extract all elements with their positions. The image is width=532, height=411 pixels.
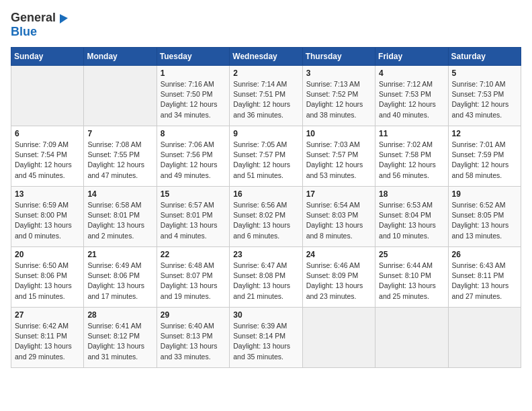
- day-number: 9: [233, 129, 298, 138]
- day-number: 19: [452, 189, 517, 199]
- day-number: 26: [452, 250, 517, 259]
- day-number: 4: [379, 68, 444, 78]
- calendar-cell: 16Sunrise: 6:56 AM Sunset: 8:02 PM Dayli…: [230, 187, 302, 247]
- day-info: Sunrise: 7:03 AM Sunset: 7:57 PM Dayligh…: [306, 140, 371, 181]
- calendar-cell: 19Sunrise: 6:52 AM Sunset: 8:05 PM Dayli…: [448, 187, 521, 247]
- day-info: Sunrise: 7:09 AM Sunset: 7:54 PM Dayligh…: [15, 140, 80, 181]
- calendar-week-2: 6Sunrise: 7:09 AM Sunset: 7:54 PM Daylig…: [11, 126, 521, 187]
- calendar-cell: 29Sunrise: 6:40 AM Sunset: 8:13 PM Dayli…: [157, 308, 229, 368]
- calendar-cell: 13Sunrise: 6:59 AM Sunset: 8:00 PM Dayli…: [11, 187, 84, 247]
- logo-general-text: General: [11, 11, 56, 25]
- day-info: Sunrise: 6:40 AM Sunset: 8:13 PM Dayligh…: [161, 321, 226, 362]
- day-number: 29: [161, 310, 226, 320]
- day-info: Sunrise: 6:50 AM Sunset: 8:06 PM Dayligh…: [15, 261, 80, 302]
- day-number: 7: [87, 129, 152, 138]
- day-info: Sunrise: 6:52 AM Sunset: 8:05 PM Dayligh…: [452, 200, 517, 241]
- logo: General Blue: [11, 11, 71, 39]
- day-number: 8: [161, 129, 226, 138]
- weekday-header-wednesday: Wednesday: [230, 48, 302, 66]
- day-info: Sunrise: 6:46 AM Sunset: 8:09 PM Dayligh…: [306, 261, 371, 302]
- calendar-cell: 10Sunrise: 7:03 AM Sunset: 7:57 PM Dayli…: [302, 126, 375, 187]
- svg-marker-0: [60, 14, 68, 24]
- calendar-cell: 11Sunrise: 7:02 AM Sunset: 7:58 PM Dayli…: [375, 126, 448, 187]
- calendar-week-4: 20Sunrise: 6:50 AM Sunset: 8:06 PM Dayli…: [11, 247, 521, 308]
- day-info: Sunrise: 6:56 AM Sunset: 8:02 PM Dayligh…: [233, 200, 298, 241]
- weekday-header-thursday: Thursday: [302, 48, 375, 66]
- day-info: Sunrise: 6:57 AM Sunset: 8:01 PM Dayligh…: [161, 200, 226, 241]
- day-info: Sunrise: 7:16 AM Sunset: 7:50 PM Dayligh…: [161, 79, 226, 120]
- calendar-cell: [11, 66, 84, 126]
- day-info: Sunrise: 6:53 AM Sunset: 8:04 PM Dayligh…: [379, 200, 444, 241]
- calendar-cell: 22Sunrise: 6:48 AM Sunset: 8:07 PM Dayli…: [157, 247, 229, 308]
- calendar-cell: 2Sunrise: 7:14 AM Sunset: 7:51 PM Daylig…: [230, 66, 302, 126]
- day-number: 24: [306, 250, 371, 259]
- calendar-cell: [302, 308, 375, 368]
- day-info: Sunrise: 6:59 AM Sunset: 8:00 PM Dayligh…: [15, 200, 80, 241]
- day-info: Sunrise: 6:58 AM Sunset: 8:01 PM Dayligh…: [87, 200, 152, 241]
- logo-blue-text: Blue: [11, 25, 37, 39]
- calendar-cell: 30Sunrise: 6:39 AM Sunset: 8:14 PM Dayli…: [230, 308, 302, 368]
- day-info: Sunrise: 6:39 AM Sunset: 8:14 PM Dayligh…: [233, 321, 298, 362]
- calendar-cell: 25Sunrise: 6:44 AM Sunset: 8:10 PM Dayli…: [375, 247, 448, 308]
- calendar-cell: 14Sunrise: 6:58 AM Sunset: 8:01 PM Dayli…: [84, 187, 157, 247]
- weekday-header-saturday: Saturday: [448, 48, 521, 66]
- day-number: 10: [306, 129, 371, 138]
- calendar-cell: 3Sunrise: 7:13 AM Sunset: 7:52 PM Daylig…: [302, 66, 375, 126]
- calendar-cell: 6Sunrise: 7:09 AM Sunset: 7:54 PM Daylig…: [11, 126, 84, 187]
- day-number: 22: [161, 250, 226, 259]
- calendar-cell: 8Sunrise: 7:06 AM Sunset: 7:56 PM Daylig…: [157, 126, 229, 187]
- calendar-cell: 4Sunrise: 7:12 AM Sunset: 7:53 PM Daylig…: [375, 66, 448, 126]
- day-info: Sunrise: 6:43 AM Sunset: 8:11 PM Dayligh…: [452, 261, 517, 302]
- day-number: 23: [233, 250, 298, 259]
- calendar-cell: 12Sunrise: 7:01 AM Sunset: 7:59 PM Dayli…: [448, 126, 521, 187]
- calendar-week-5: 27Sunrise: 6:42 AM Sunset: 8:11 PM Dayli…: [11, 308, 521, 368]
- calendar-cell: 15Sunrise: 6:57 AM Sunset: 8:01 PM Dayli…: [157, 187, 229, 247]
- calendar-cell: 21Sunrise: 6:49 AM Sunset: 8:06 PM Dayli…: [84, 247, 157, 308]
- calendar-cell: 18Sunrise: 6:53 AM Sunset: 8:04 PM Dayli…: [375, 187, 448, 247]
- day-number: 12: [452, 129, 517, 138]
- day-info: Sunrise: 6:42 AM Sunset: 8:11 PM Dayligh…: [15, 321, 80, 362]
- calendar-cell: [375, 308, 448, 368]
- day-info: Sunrise: 7:01 AM Sunset: 7:59 PM Dayligh…: [452, 140, 517, 181]
- page-header: General Blue: [11, 11, 521, 39]
- logo-triangle-icon: [57, 11, 71, 25]
- calendar-table: SundayMondayTuesdayWednesdayThursdayFrid…: [11, 47, 521, 368]
- calendar-body: 1Sunrise: 7:16 AM Sunset: 7:50 PM Daylig…: [11, 66, 521, 368]
- day-info: Sunrise: 7:02 AM Sunset: 7:58 PM Dayligh…: [379, 140, 444, 181]
- calendar-cell: 9Sunrise: 7:05 AM Sunset: 7:57 PM Daylig…: [230, 126, 302, 187]
- day-info: Sunrise: 6:49 AM Sunset: 8:06 PM Dayligh…: [87, 261, 152, 302]
- calendar-cell: [84, 66, 157, 126]
- day-info: Sunrise: 7:06 AM Sunset: 7:56 PM Dayligh…: [161, 140, 226, 181]
- calendar-cell: 23Sunrise: 6:47 AM Sunset: 8:08 PM Dayli…: [230, 247, 302, 308]
- day-number: 2: [233, 68, 298, 78]
- calendar-cell: 20Sunrise: 6:50 AM Sunset: 8:06 PM Dayli…: [11, 247, 84, 308]
- weekday-header-sunday: Sunday: [11, 48, 84, 66]
- day-info: Sunrise: 7:12 AM Sunset: 7:53 PM Dayligh…: [379, 79, 444, 120]
- day-info: Sunrise: 7:08 AM Sunset: 7:55 PM Dayligh…: [87, 140, 152, 181]
- calendar-cell: 27Sunrise: 6:42 AM Sunset: 8:11 PM Dayli…: [11, 308, 84, 368]
- day-number: 16: [233, 189, 298, 199]
- calendar-cell: 7Sunrise: 7:08 AM Sunset: 7:55 PM Daylig…: [84, 126, 157, 187]
- day-number: 1: [161, 68, 226, 78]
- day-number: 5: [452, 68, 517, 78]
- calendar-header: SundayMondayTuesdayWednesdayThursdayFrid…: [11, 48, 521, 66]
- day-number: 27: [15, 310, 80, 320]
- day-info: Sunrise: 6:41 AM Sunset: 8:12 PM Dayligh…: [87, 321, 152, 362]
- weekday-header-tuesday: Tuesday: [157, 48, 229, 66]
- calendar-cell: 28Sunrise: 6:41 AM Sunset: 8:12 PM Dayli…: [84, 308, 157, 368]
- calendar-week-1: 1Sunrise: 7:16 AM Sunset: 7:50 PM Daylig…: [11, 66, 521, 126]
- day-info: Sunrise: 6:48 AM Sunset: 8:07 PM Dayligh…: [161, 261, 226, 302]
- calendar-cell: 26Sunrise: 6:43 AM Sunset: 8:11 PM Dayli…: [448, 247, 521, 308]
- calendar-cell: 24Sunrise: 6:46 AM Sunset: 8:09 PM Dayli…: [302, 247, 375, 308]
- day-info: Sunrise: 7:10 AM Sunset: 7:53 PM Dayligh…: [452, 79, 517, 120]
- day-number: 13: [15, 189, 80, 199]
- day-number: 30: [233, 310, 298, 320]
- day-number: 14: [87, 189, 152, 199]
- day-number: 18: [379, 189, 444, 199]
- calendar-cell: 5Sunrise: 7:10 AM Sunset: 7:53 PM Daylig…: [448, 66, 521, 126]
- weekday-header-friday: Friday: [375, 48, 448, 66]
- day-number: 15: [161, 189, 226, 199]
- day-info: Sunrise: 6:54 AM Sunset: 8:03 PM Dayligh…: [306, 200, 371, 241]
- day-number: 11: [379, 129, 444, 138]
- day-info: Sunrise: 6:47 AM Sunset: 8:08 PM Dayligh…: [233, 261, 298, 302]
